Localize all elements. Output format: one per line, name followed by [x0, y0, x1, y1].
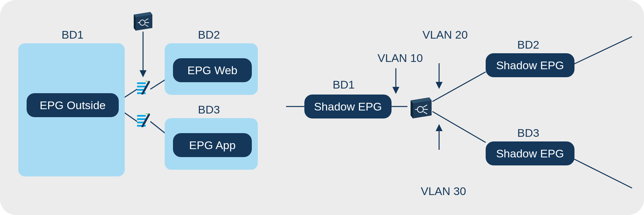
vlan10-label: VLAN 10 [378, 52, 423, 65]
shadow-epg-bd3: Shadow EPG [486, 141, 574, 165]
contract-icon [136, 79, 151, 95]
vlan30-label: VLAN 30 [421, 185, 466, 198]
network-switch-icon [132, 10, 154, 33]
svg-line-7 [432, 72, 486, 102]
epg-web: EPG Web [173, 58, 252, 82]
bd3-label-left: BD3 [198, 103, 220, 116]
contract-icon [136, 112, 151, 127]
shadow-epg-bd1: Shadow EPG [304, 95, 392, 118]
epg-app: EPG App [173, 133, 252, 157]
epg-outside: EPG Outside [27, 93, 119, 117]
bd2-label-right: BD2 [517, 38, 539, 51]
bd1-label-left: BD1 [62, 28, 83, 41]
bd1-label-right: BD1 [333, 78, 355, 91]
svg-line-10 [572, 158, 632, 188]
bd3-label-right: BD3 [517, 126, 539, 139]
network-switch-icon [409, 95, 433, 120]
svg-line-9 [432, 111, 486, 142]
svg-line-8 [572, 37, 632, 65]
bd2-label-left: BD2 [198, 28, 220, 41]
shadow-epg-bd2: Shadow EPG [486, 53, 574, 77]
vlan20-label: VLAN 20 [422, 28, 468, 41]
diagram-canvas: BD1 EPG Outside BD2 EPG Web BD3 EPG App … [0, 0, 644, 215]
